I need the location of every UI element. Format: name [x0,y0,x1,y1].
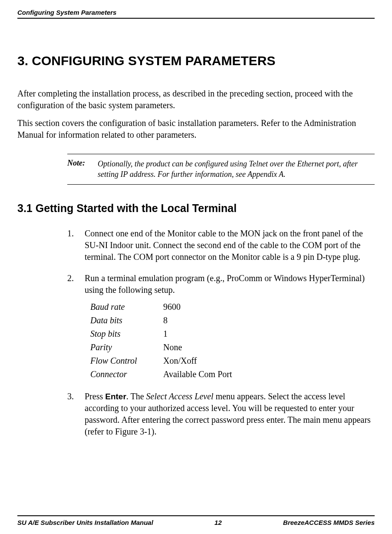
table-row: Flow Control Xon/Xoff [90,354,240,368]
table-row: Parity None [90,341,240,354]
data-bits-label: Data bits [90,314,163,327]
page: Configuring System Parameters 3. CONFIGU… [0,0,392,534]
note-block: Note: Optionally, the product can be con… [67,154,375,185]
step-2-text: Run a terminal emulation program (e.g., … [85,273,365,295]
terminal-params-table: Baud rate 9600 Data bits 8 Stop bits 1 P… [90,300,240,381]
step-1: Connect one end of the Monitor cable to … [67,228,375,263]
section-heading: 3.1 Getting Started with the Local Termi… [17,202,375,215]
step-3-enter: Enter [105,392,126,401]
parity-label: Parity [90,341,163,354]
note-label: Note: [67,159,98,180]
footer-page-number: 12 [214,519,222,526]
chapter-title: 3. CONFIGURING SYSTEM PARAMETERS [17,53,375,68]
step-3-mid: . The [126,391,146,401]
footer-right: BreezeACCESS MMDS Series [283,519,375,526]
data-bits-value: 8 [163,314,240,327]
flow-control-value: Xon/Xoff [163,354,240,368]
footer-left: SU A/E Subscriber Units Installation Man… [17,519,153,526]
table-row: Connector Available Com Port [90,368,240,381]
page-footer: SU A/E Subscriber Units Installation Man… [17,515,375,526]
baud-rate-label: Baud rate [90,300,163,314]
intro-paragraph-1: After completing the installation proces… [17,88,375,111]
step-3-pre: Press [85,391,105,401]
parity-value: None [163,341,240,354]
stop-bits-value: 1 [163,327,240,341]
connector-value: Available Com Port [163,368,240,381]
step-2: Run a terminal emulation program (e.g., … [67,272,375,381]
baud-rate-value: 9600 [163,300,240,314]
step-3-menu-name: Select Access Level [146,391,214,401]
steps-list: Connect one end of the Monitor cable to … [67,228,375,438]
table-row: Stop bits 1 [90,327,240,341]
connector-label: Connector [90,368,163,381]
running-header: Configuring System Parameters [17,9,375,19]
intro-paragraph-2: This section covers the configuration of… [17,117,375,141]
step-3: Press Enter. The Select Access Level men… [67,391,375,438]
table-row: Baud rate 9600 [90,300,240,314]
note-text: Optionally, the product can be configure… [98,159,375,180]
table-row: Data bits 8 [90,314,240,327]
flow-control-label: Flow Control [90,354,163,368]
stop-bits-label: Stop bits [90,327,163,341]
